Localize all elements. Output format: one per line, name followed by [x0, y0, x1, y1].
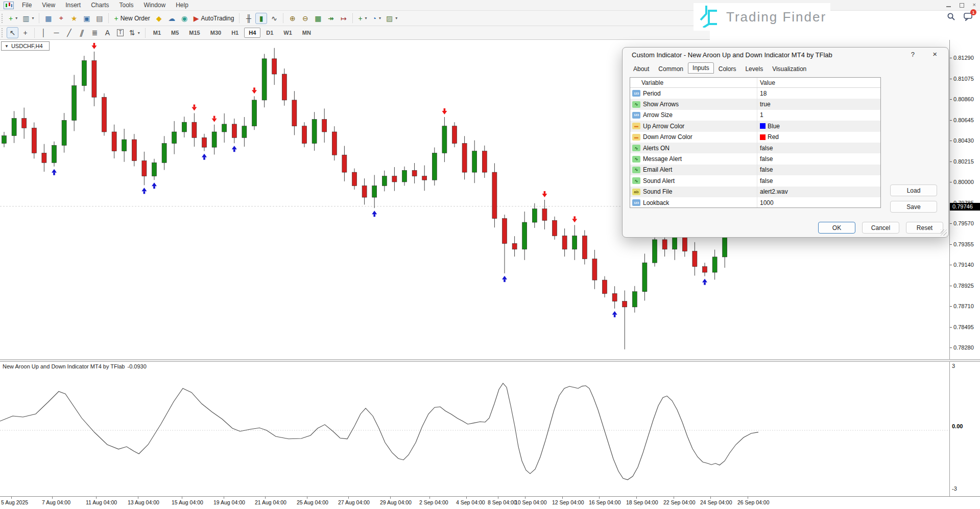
- input-row-lookback[interactable]: 123Lookback1000: [630, 197, 880, 208]
- variable-value[interactable]: 1000: [760, 199, 774, 206]
- cancel-button[interactable]: Cancel: [862, 222, 899, 234]
- tab-colors[interactable]: Colors: [714, 63, 741, 75]
- input-row-email-alert[interactable]: ∿Email Alertfalse: [630, 165, 880, 175]
- vertical-line-tool[interactable]: │: [38, 27, 50, 38]
- chart-shift-button[interactable]: ↦: [338, 13, 349, 24]
- chevron-down-icon[interactable]: ▾: [32, 16, 34, 20]
- terminal-button[interactable]: ▣: [81, 13, 92, 24]
- variable-value[interactable]: Blue: [768, 123, 780, 130]
- search-icon[interactable]: [947, 12, 955, 23]
- sounds-button[interactable]: ◉: [179, 13, 190, 24]
- new-chart-button[interactable]: +▾: [7, 13, 19, 24]
- menu-item-charts[interactable]: Charts: [86, 1, 114, 10]
- fibonacci-tool[interactable]: ≣: [89, 27, 101, 38]
- tab-levels[interactable]: Levels: [740, 63, 768, 75]
- horizontal-line-tool[interactable]: ─: [51, 27, 62, 38]
- periods-button[interactable]: ◔▾: [370, 13, 383, 24]
- data-window-button[interactable]: ⌖: [55, 13, 67, 24]
- strategy-tester-button[interactable]: ▤: [93, 13, 105, 24]
- input-row-message-alert[interactable]: ∿Message Alertfalse: [630, 153, 880, 164]
- text-tool[interactable]: A: [102, 27, 113, 38]
- symbol-label[interactable]: ▼ USDCHF,H4: [1, 41, 50, 51]
- timeframe-h4[interactable]: H4: [244, 28, 260, 38]
- chevron-down-icon[interactable]: ▾: [365, 16, 367, 20]
- input-row-up-arrow-color[interactable]: ▬Up Arrow ColorBlue: [630, 121, 880, 131]
- new-order-button[interactable]: +New Order: [112, 13, 152, 24]
- label-tool[interactable]: T: [114, 27, 126, 38]
- variable-value[interactable]: false: [760, 177, 773, 184]
- help-icon[interactable]: ?: [911, 51, 915, 58]
- chevron-down-icon[interactable]: ▾: [379, 16, 381, 20]
- variable-value[interactable]: false: [760, 145, 773, 152]
- variable-value[interactable]: false: [760, 155, 773, 163]
- dialog-close-icon[interactable]: ×: [933, 50, 937, 58]
- variable-value[interactable]: Red: [768, 133, 779, 141]
- variable-value[interactable]: alert2.wav: [760, 188, 788, 195]
- publisher-button[interactable]: ☁: [166, 13, 178, 24]
- save-button[interactable]: Save: [890, 201, 937, 213]
- timeframe-h1[interactable]: H1: [227, 28, 243, 38]
- load-button[interactable]: Load: [890, 184, 937, 196]
- input-row-period[interactable]: 123Period18: [630, 88, 880, 99]
- chevron-down-icon[interactable]: ▾: [395, 16, 397, 20]
- candlestick-button[interactable]: ▮: [255, 13, 267, 24]
- input-row-down-arrow-color[interactable]: ▬Down Arrow ColorRed: [630, 132, 880, 143]
- input-row-sound-alert[interactable]: ∿Sound Alertfalse: [630, 175, 880, 186]
- timeframe-m1[interactable]: M1: [149, 28, 165, 38]
- reset-button[interactable]: Reset: [906, 222, 943, 234]
- tile-windows-button[interactable]: ▦: [312, 13, 324, 24]
- timeframe-mn[interactable]: MN: [298, 28, 316, 38]
- resize-grip[interactable]: [941, 229, 947, 236]
- menu-item-window[interactable]: Window: [139, 1, 171, 10]
- timeframe-m5[interactable]: M5: [166, 28, 183, 38]
- chevron-down-icon[interactable]: ▾: [138, 31, 140, 35]
- variable-value[interactable]: true: [760, 101, 771, 108]
- menu-item-file[interactable]: File: [17, 1, 37, 10]
- zoom-in-button[interactable]: ⊕: [286, 13, 298, 24]
- metaeditor-button[interactable]: ◆: [153, 13, 165, 24]
- market-watch-button[interactable]: ▦: [42, 13, 54, 24]
- close-icon[interactable]: ×: [973, 2, 976, 8]
- variable-value[interactable]: false: [760, 166, 773, 173]
- tab-visualization[interactable]: Visualization: [768, 63, 811, 75]
- restore-icon[interactable]: [960, 3, 964, 8]
- bar-chart-button[interactable]: ╫: [243, 13, 254, 24]
- price-scale[interactable]: 0.812900.810750.808600.806450.804300.802…: [949, 40, 980, 496]
- templates-button[interactable]: ▨▾: [384, 13, 399, 24]
- line-chart-button[interactable]: ∿: [268, 13, 280, 24]
- autotrading-button[interactable]: ▶AutoTrading: [192, 13, 236, 24]
- navigator-button[interactable]: ★: [68, 13, 80, 24]
- variable-value[interactable]: 18: [760, 90, 767, 97]
- time-axis[interactable]: 5 Aug 20257 Aug 04:0011 Aug 04:0013 Aug …: [0, 496, 980, 509]
- collapse-icon[interactable]: ▼: [5, 44, 9, 49]
- menu-item-insert[interactable]: Insert: [60, 1, 86, 10]
- minimize-icon[interactable]: [946, 6, 951, 7]
- input-row-show-arrows[interactable]: ∿Show Arrowstrue: [630, 99, 880, 109]
- menu-item-help[interactable]: Help: [171, 1, 194, 10]
- tab-common[interactable]: Common: [654, 63, 688, 75]
- menu-item-view[interactable]: View: [37, 1, 60, 10]
- indicator-panel[interactable]: New Aroon Up and Down Indicator MT4 by T…: [0, 362, 949, 496]
- tab-about[interactable]: About: [629, 63, 654, 75]
- timeframe-d1[interactable]: D1: [261, 28, 278, 38]
- channel-tool[interactable]: ∥: [76, 27, 88, 38]
- timeframe-m15[interactable]: M15: [184, 28, 204, 38]
- input-row-arrow-size[interactable]: 123Arrow Size1: [630, 110, 880, 121]
- panel-splitter[interactable]: [0, 359, 980, 362]
- chat-icon[interactable]: 1: [964, 12, 973, 23]
- indicators-button[interactable]: +▾: [356, 13, 369, 24]
- timeframe-m30[interactable]: M30: [206, 28, 226, 38]
- shapes-dropdown[interactable]: ⇅▾: [127, 27, 142, 38]
- menu-item-tools[interactable]: Tools: [114, 1, 139, 10]
- chevron-down-icon[interactable]: ▾: [15, 16, 17, 20]
- ok-button[interactable]: OK: [818, 222, 855, 234]
- variable-value[interactable]: 1: [760, 111, 763, 119]
- autoscroll-button[interactable]: ↠: [325, 13, 337, 24]
- zoom-out-button[interactable]: ⊖: [299, 13, 311, 24]
- input-row-alerts-on[interactable]: ∿Alerts ONfalse: [630, 143, 880, 153]
- crosshair-tool[interactable]: +: [19, 27, 31, 38]
- tab-inputs[interactable]: Inputs: [688, 62, 714, 74]
- trendline-tool[interactable]: ╱: [63, 27, 75, 38]
- cursor-tool[interactable]: ↖: [7, 27, 18, 38]
- timeframe-w1[interactable]: W1: [279, 28, 297, 38]
